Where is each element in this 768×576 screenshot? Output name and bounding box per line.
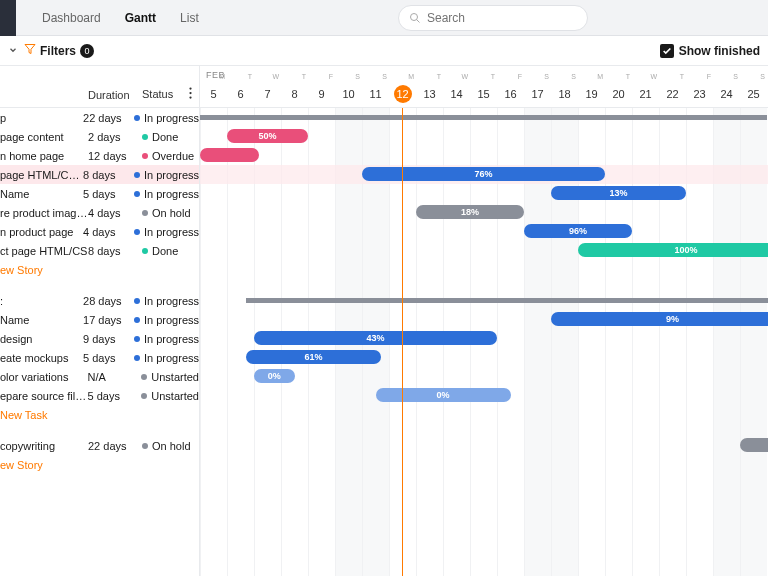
task-bar[interactable]: 96% [524,224,632,238]
task-status: Unstarted [151,390,199,402]
filters-count-badge: 0 [80,44,94,58]
task-bar[interactable]: 13% [551,186,686,200]
day-5[interactable]: M5 [200,81,227,107]
task-row[interactable]: eate mockups5 daysIn progress [0,348,199,367]
task-name: eate mockups [0,352,83,364]
task-row[interactable]: olor variationsN/AUnstarted [0,367,199,386]
tab-list[interactable]: List [168,0,211,36]
task-status: In progress [144,352,199,364]
task-name: Name [0,314,83,326]
day-15[interactable]: T15 [470,81,497,107]
task-row[interactable]: Name5 daysIn progress [0,184,199,203]
task-duration: 9 days [83,333,134,345]
task-row[interactable]: n product page4 daysIn progress [0,222,199,241]
task-row[interactable]: :28 daysIn progress [0,291,199,310]
task-duration: 8 days [83,169,134,181]
task-duration: 5 days [83,352,134,364]
filter-icon[interactable] [24,43,36,58]
task-bar[interactable]: 50% [227,129,308,143]
task-name: ct page HTML/CS [0,245,88,257]
svg-point-0 [411,13,418,20]
task-status: On hold [152,207,191,219]
task-duration: 8 days [88,245,142,257]
task-name: : [0,295,83,307]
day-18[interactable]: S18 [551,81,578,107]
svg-marker-2 [25,45,35,54]
add-link[interactable]: New Task [0,405,199,424]
gantt-pane[interactable]: FEB M5T6W7T8F9S10S11M12T13W14T15F16S17S1… [200,66,768,576]
day-19[interactable]: M19 [578,81,605,107]
task-bar[interactable]: 100% [578,243,768,257]
task-row[interactable]: epare source files for p...5 daysUnstart… [0,386,199,405]
day-17[interactable]: S17 [524,81,551,107]
add-link[interactable]: ew Story [0,260,199,279]
view-tabs: Dashboard Gantt List [30,0,211,36]
search-input[interactable] [427,11,577,25]
task-row[interactable]: n home page12 daysOverdue [0,146,199,165]
task-status: Unstarted [151,371,199,383]
day-20[interactable]: T20 [605,81,632,107]
task-bar[interactable]: 0% [254,369,295,383]
task-status: In progress [144,188,199,200]
day-13[interactable]: T13 [416,81,443,107]
task-row[interactable]: re product images4 daysOn hold [0,203,199,222]
task-bar[interactable]: 0% [376,388,511,402]
day-24[interactable]: S24 [713,81,740,107]
checkbox-icon [660,44,674,58]
task-row[interactable]: page HTML/CSS8 daysIn progress [0,165,199,184]
day-12[interactable]: M12 [389,81,416,107]
task-row[interactable]: p22 daysIn progress [0,108,199,127]
day-22[interactable]: T22 [659,81,686,107]
task-duration: 5 days [88,390,142,402]
task-name: page content [0,131,88,143]
search-box[interactable] [398,5,588,31]
day-16[interactable]: F16 [497,81,524,107]
filters-button[interactable]: Filters [40,44,76,58]
col-duration[interactable]: Duration [88,89,142,101]
task-row[interactable]: design9 daysIn progress [0,329,199,348]
task-duration: N/A [88,371,142,383]
task-bar[interactable] [200,148,259,162]
day-11[interactable]: S11 [362,81,389,107]
task-duration: 4 days [83,226,134,238]
tab-dashboard[interactable]: Dashboard [30,0,113,36]
task-bar[interactable]: 9% [551,312,768,326]
day-10[interactable]: S10 [335,81,362,107]
task-row[interactable]: copywriting22 daysOn hold [0,436,199,455]
search-icon [409,12,421,24]
day-25[interactable]: S25 [740,81,767,107]
task-duration: 22 days [88,440,142,452]
task-name: olor variations [0,371,88,383]
task-duration: 4 days [88,207,142,219]
task-status: In progress [144,169,199,181]
task-bar[interactable]: 18% [416,205,524,219]
summary-bar[interactable] [246,298,768,303]
svg-point-3 [189,87,191,89]
chevron-down-icon[interactable] [8,44,18,58]
task-duration: 5 days [83,188,134,200]
more-icon[interactable] [189,87,192,101]
task-row[interactable]: ct page HTML/CS8 daysDone [0,241,199,260]
tab-gantt[interactable]: Gantt [113,0,168,36]
task-row[interactable]: Name17 daysIn progress [0,310,199,329]
summary-bar[interactable] [200,115,767,120]
task-name: re product images [0,207,88,219]
task-bar[interactable]: 61% [246,350,381,364]
task-row[interactable]: page content2 daysDone [0,127,199,146]
day-21[interactable]: W21 [632,81,659,107]
today-marker [402,108,403,576]
day-8[interactable]: T8 [281,81,308,107]
day-7[interactable]: W7 [254,81,281,107]
task-duration: 28 days [83,295,134,307]
day-6[interactable]: T6 [227,81,254,107]
task-status: In progress [144,226,199,238]
add-link[interactable]: ew Story [0,455,199,474]
task-bar[interactable] [740,438,768,452]
task-bar[interactable]: 76% [362,167,605,181]
show-finished-toggle[interactable]: Show finished [660,44,760,58]
day-23[interactable]: F23 [686,81,713,107]
day-14[interactable]: W14 [443,81,470,107]
day-9[interactable]: F9 [308,81,335,107]
col-status[interactable]: Status [142,88,173,100]
task-bar[interactable]: 43% [254,331,497,345]
